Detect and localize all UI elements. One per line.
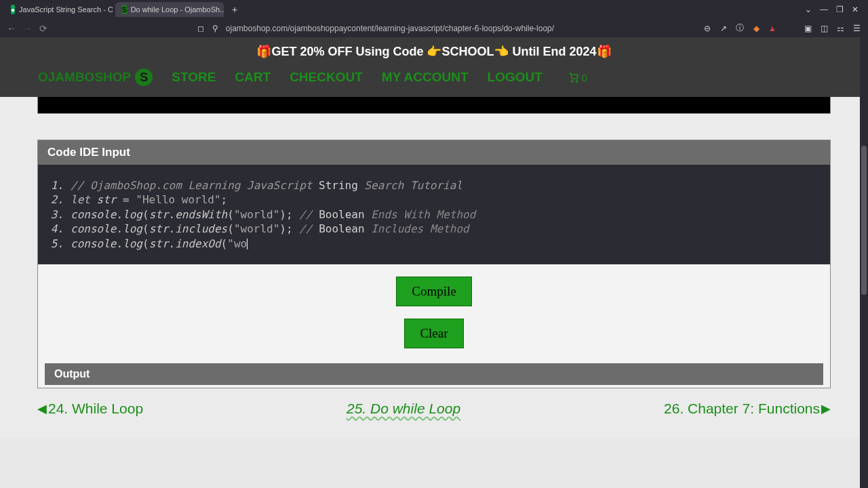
output-header: Output — [45, 363, 823, 385]
tab-title: Do while Loop - OjamboSh... — [131, 5, 224, 14]
pager-prev-label: 24. While Loop — [48, 401, 143, 417]
browser-chrome: ● JavaScript String Search - Ojam... S D… — [0, 0, 868, 37]
rss-icon[interactable]: ⓘ — [735, 24, 745, 33]
promo-text-right: Until End 2024🎁 — [509, 45, 612, 58]
pager-current[interactable]: 25. Do while Loop — [347, 401, 460, 417]
svg-point-1 — [576, 81, 577, 82]
reload-icon[interactable]: ⟳ — [39, 23, 47, 34]
forward-icon[interactable]: → — [23, 23, 33, 34]
pager-next[interactable]: 26. Chapter 7: Functions▶ — [664, 401, 831, 417]
bookmark-icon[interactable]: ◻ — [196, 24, 205, 33]
compile-button[interactable]: Compile — [396, 277, 471, 306]
back-icon[interactable]: ← — [7, 23, 16, 34]
tab-inactive[interactable]: ● JavaScript String Search - Ojam... — [4, 2, 113, 17]
chevron-down-icon[interactable]: ⌄ — [805, 5, 812, 14]
svg-point-0 — [571, 81, 572, 82]
nav-cart[interactable]: CART — [235, 70, 271, 85]
panel-icon[interactable]: ▣ — [803, 24, 812, 33]
triangle-right-icon: ▶ — [821, 401, 831, 416]
promo-banner: 🎁GET 20% OFF Using Code 👉SCHOOL👈 Until E… — [0, 37, 868, 63]
cart-icon[interactable]: 0 — [567, 71, 587, 83]
triangle-left-icon: ◀ — [37, 401, 47, 416]
cart-count: 0 — [582, 72, 587, 83]
code-ide-panel: Code IDE Input 1.// OjamboShop.com Learn… — [37, 140, 831, 388]
scrollbar[interactable] — [860, 37, 868, 488]
video-placeholder — [37, 97, 831, 114]
shield-icon[interactable]: ◆ — [751, 24, 761, 33]
main-nav: OJAMBOSHOP S STORE CART CHECKOUT MY ACCO… — [0, 63, 868, 97]
code-ide-header: Code IDE Input — [38, 140, 830, 165]
lock-icon: ⚲ — [211, 24, 220, 33]
extensions-icon[interactable]: ⚏ — [835, 24, 845, 33]
page: 🎁GET 20% OFF Using Code 👉SCHOOL👈 Until E… — [0, 37, 868, 437]
window-controls: ⌄ — ❐ ✕ — [805, 5, 864, 14]
nav-account[interactable]: MY ACCOUNT — [382, 70, 469, 85]
promo-code: 👉SCHOOL👈 — [427, 45, 509, 58]
pager-prev[interactable]: ◀24. While Loop — [37, 401, 143, 417]
brand[interactable]: OJAMBOSHOP S — [38, 68, 153, 86]
url-text[interactable]: ojamboshop.com/ojamboshoppaycontent/lear… — [226, 24, 554, 33]
maximize-icon[interactable]: ❐ — [836, 5, 844, 14]
menu-icon[interactable]: ☰ — [852, 24, 861, 33]
scrollbar-thumb[interactable] — [861, 146, 867, 295]
lesson-pager: ◀24. While Loop 25. Do while Loop 26. Ch… — [37, 388, 831, 424]
brand-text: OJAMBOSHOP — [38, 70, 131, 85]
share-icon[interactable]: ↗ — [719, 24, 728, 33]
zoom-icon[interactable]: ⊖ — [703, 24, 712, 33]
output-body — [38, 385, 830, 388]
nav-logout[interactable]: LOGOUT — [488, 70, 542, 85]
ext-icon[interactable]: ▲ — [768, 24, 777, 33]
tab-active[interactable]: S Do while Loop - OjamboSh... × — [115, 2, 224, 17]
sidebar-icon[interactable]: ◫ — [819, 24, 829, 33]
nav-store[interactable]: STORE — [172, 70, 216, 85]
close-window-icon[interactable]: ✕ — [852, 5, 859, 14]
pager-next-label: 26. Chapter 7: Functions — [664, 401, 820, 417]
nav-checkout[interactable]: CHECKOUT — [290, 70, 363, 85]
address-bar: ← → ⟳ ◻ ⚲ ojamboshop.com/ojamboshoppayco… — [0, 19, 868, 37]
minimize-icon[interactable]: — — [820, 5, 828, 14]
code-editor[interactable]: 1.// OjamboShop.com Learning JavaScript … — [38, 165, 830, 264]
favicon-icon: ● — [11, 5, 15, 14]
tab-title: JavaScript String Search - Ojam... — [19, 5, 113, 14]
brand-logo-icon: S — [135, 68, 153, 86]
new-tab-button[interactable]: + — [226, 3, 243, 16]
favicon-icon: S — [122, 5, 127, 14]
promo-text: 🎁GET 20% OFF Using Code — [256, 45, 427, 58]
clear-button[interactable]: Clear — [404, 319, 463, 348]
tab-bar: ● JavaScript String Search - Ojam... S D… — [0, 0, 868, 19]
